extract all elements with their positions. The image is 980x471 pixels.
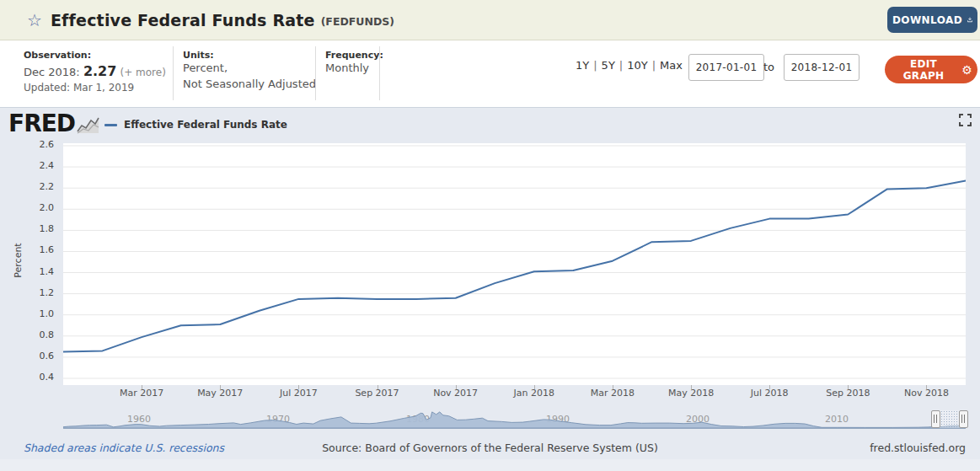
column-divider [173, 46, 174, 100]
y-tick-label: 1.4 [0, 266, 54, 277]
chart-panel: FRED Effective Federal Funds Rate Percen… [0, 108, 980, 459]
y-tick-label: 2.2 [0, 181, 54, 192]
fred-logo-text: FRED [8, 110, 75, 137]
gear-icon: ⚙ [961, 64, 972, 76]
y-tick-label: 0.4 [0, 372, 54, 383]
range-presets: 1Y|5Y|10Y|Max [576, 59, 683, 72]
navigator-selection[interactable] [935, 410, 964, 428]
favorite-star-icon[interactable]: ☆ [27, 12, 42, 29]
x-tick-mark [926, 385, 927, 389]
fullscreen-icon [959, 114, 972, 126]
download-button-label: DOWNLOAD [892, 14, 962, 26]
fred-logo[interactable]: FRED [8, 110, 99, 137]
navigator-svg [63, 410, 966, 428]
observation-date: Dec 2018: [24, 66, 80, 78]
units-block: Units: Percent, Not Seasonally Adjusted [183, 50, 316, 93]
observation-block: Observation: Dec 2018: 2.27 (+ more) Upd… [24, 50, 166, 94]
frequency-label: Frequency: [325, 50, 383, 61]
download-icon [967, 14, 972, 25]
source-link[interactable]: Source: Board of Governors of the Federa… [0, 442, 980, 454]
x-tick-mark [298, 385, 299, 389]
y-tick-label: 1.0 [0, 308, 54, 319]
meta-row: Observation: Dec 2018: 2.27 (+ more) Upd… [0, 40, 980, 108]
observation-value: 2.27 [83, 63, 116, 79]
column-divider [379, 46, 380, 100]
preset-1y[interactable]: 1Y [576, 59, 589, 72]
preset-separator: | [652, 59, 656, 72]
navigator-left-handle[interactable] [931, 410, 940, 428]
units-label: Units: [183, 50, 316, 61]
preset-5y[interactable]: 5Y [602, 59, 615, 72]
preset-max[interactable]: Max [660, 59, 683, 72]
y-tick-label: 2.4 [0, 160, 54, 171]
y-tick-label: 1.2 [0, 287, 54, 298]
fullscreen-button[interactable] [957, 114, 972, 129]
y-tick-label: 2.6 [0, 139, 54, 150]
preset-separator: | [593, 59, 597, 72]
start-date-input[interactable] [688, 54, 764, 81]
y-tick-label: 2.0 [0, 202, 54, 213]
preset-10y[interactable]: 10Y [627, 59, 647, 72]
updated-date: Updated: Mar 1, 2019 [24, 82, 166, 94]
y-tick-label: 0.8 [0, 329, 54, 340]
navigator-right-handle[interactable] [959, 410, 968, 428]
column-divider [315, 46, 316, 100]
fred-logo-chart-icon [77, 116, 99, 134]
frequency-block: Frequency: Monthly [325, 50, 383, 77]
to-label: to [763, 61, 774, 73]
x-tick-mark [848, 385, 849, 389]
frequency-value: Monthly [325, 61, 383, 77]
units-value-line2: Not Seasonally Adjusted [183, 77, 316, 93]
y-tick-label: 1.8 [0, 223, 54, 234]
y-tick-label: 1.6 [0, 244, 54, 255]
x-tick-mark [769, 385, 770, 389]
edit-graph-label: EDIT GRAPH [890, 58, 957, 82]
plot-svg [63, 143, 966, 385]
site-link[interactable]: fred.stlouisfed.org [870, 442, 966, 454]
preset-separator: | [619, 59, 623, 72]
units-value-line1: Percent, [183, 61, 316, 77]
x-tick-mark [691, 385, 692, 389]
page-title: Effective Federal Funds Rate [51, 11, 315, 29]
navigator[interactable]: 196019701980199020002010 [63, 410, 966, 429]
series-id: (FEDFUNDS) [321, 15, 394, 28]
x-tick-mark [456, 385, 457, 389]
observation-label: Observation: [24, 50, 166, 61]
legend-label: Effective Federal Funds Rate [124, 119, 287, 131]
observation-more-link[interactable]: (+ more) [120, 67, 166, 78]
page-header: ☆ Effective Federal Funds Rate (FEDFUNDS… [0, 0, 980, 40]
observation-line: Dec 2018: 2.27 (+ more) [24, 63, 166, 79]
edit-graph-button[interactable]: EDIT GRAPH ⚙ [885, 56, 977, 83]
x-tick-mark [534, 385, 535, 389]
end-date-input[interactable] [784, 54, 860, 81]
y-tick-label: 0.6 [0, 351, 54, 361]
legend-line-swatch [104, 124, 117, 126]
x-tick-mark [142, 385, 142, 389]
legend: Effective Federal Funds Rate [104, 119, 287, 131]
x-tick-mark [220, 385, 221, 389]
x-tick-mark [613, 385, 613, 389]
download-button[interactable]: DOWNLOAD [887, 7, 977, 33]
plot-area[interactable] [63, 143, 966, 385]
x-tick-mark [378, 385, 378, 389]
